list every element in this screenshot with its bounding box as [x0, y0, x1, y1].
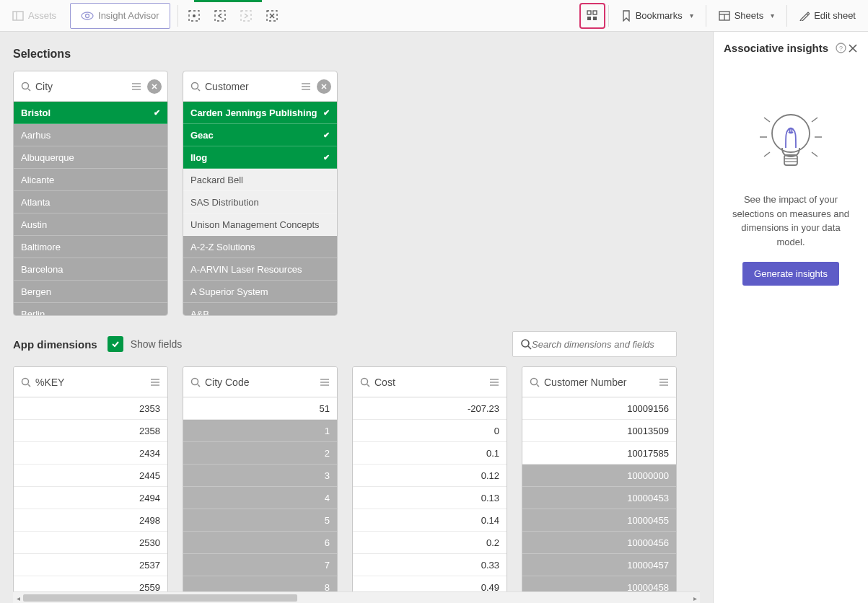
- search-icon[interactable]: [21, 82, 31, 92]
- dimension-value[interactable]: 0: [353, 420, 507, 442]
- listbox-item[interactable]: A Superior System: [183, 281, 337, 303]
- item-label: Bristol: [21, 102, 51, 124]
- dimension-value[interactable]: 0.13: [353, 487, 507, 509]
- step-forward-button[interactable]: [233, 3, 259, 29]
- dimension-value[interactable]: 10009156: [522, 397, 676, 420]
- dimension-value[interactable]: 2: [183, 442, 337, 465]
- listbox-item[interactable]: Baltimore: [14, 236, 167, 258]
- dimension-value[interactable]: 7: [183, 554, 337, 576]
- dimension-value[interactable]: 6: [183, 532, 337, 554]
- show-fields-checkbox[interactable]: [108, 336, 123, 352]
- smart-search-button[interactable]: [181, 3, 207, 29]
- listbox-item[interactable]: A&B: [183, 303, 337, 315]
- search-icon[interactable]: [530, 377, 540, 387]
- listbox-item[interactable]: Ilog✔: [183, 146, 337, 169]
- dimension-value[interactable]: 10000453: [522, 487, 676, 509]
- assets-button[interactable]: Assets: [3, 3, 66, 29]
- dimension-value[interactable]: 2498: [14, 509, 167, 532]
- dimension-value[interactable]: 51: [183, 397, 337, 420]
- svg-point-21: [192, 82, 198, 89]
- listbox-item[interactable]: A-ARVIN Laser Resources: [183, 258, 337, 281]
- dimension-value[interactable]: 2353: [14, 397, 167, 420]
- listbox-item[interactable]: Barcelona: [14, 258, 167, 281]
- dimension-value[interactable]: 4: [183, 487, 337, 509]
- dimension-value[interactable]: 0.33: [353, 554, 507, 576]
- dimension-value[interactable]: 10000456: [522, 532, 676, 554]
- insight-advisor-button[interactable]: Insight Advisor: [70, 3, 170, 29]
- list-view-icon[interactable]: [131, 82, 141, 92]
- listbox-item[interactable]: Berlin: [14, 303, 167, 315]
- list-view-icon[interactable]: [301, 82, 311, 92]
- bookmarks-button[interactable]: Bookmarks ▾: [612, 3, 703, 29]
- top-toolbar: Assets Insight Advisor Bookmarks ▾ Sheet…: [0, 0, 868, 32]
- search-icon[interactable]: [21, 377, 31, 387]
- step-back-button[interactable]: [207, 3, 233, 29]
- dimension-value[interactable]: 10000455: [522, 509, 676, 532]
- dimension-value[interactable]: 2434: [14, 442, 167, 465]
- listbox-item[interactable]: Alicante: [14, 169, 167, 191]
- check-icon: ✔: [323, 146, 330, 169]
- selection-back-icon: [214, 9, 227, 22]
- horizontal-scrollbar[interactable]: ◂ ▸: [13, 591, 700, 603]
- dimension-value[interactable]: 0.14: [353, 509, 507, 532]
- list-view-icon[interactable]: [489, 377, 499, 387]
- generate-insights-button[interactable]: Generate insights: [742, 262, 839, 286]
- scroll-left-arrow[interactable]: ◂: [13, 592, 23, 603]
- search-icon[interactable]: [360, 377, 370, 387]
- dimension-value[interactable]: -207.23: [353, 397, 507, 420]
- search-icon[interactable]: [190, 82, 201, 92]
- dimension-value[interactable]: 10000000: [522, 465, 676, 487]
- scroll-thumb[interactable]: [23, 594, 297, 602]
- svg-line-39: [367, 384, 369, 387]
- listbox-item[interactable]: Packard Bell: [183, 169, 337, 191]
- dimension-value[interactable]: 10013509: [522, 420, 676, 442]
- selections-tool-button[interactable]: [579, 3, 605, 29]
- scroll-right-arrow[interactable]: ▸: [690, 592, 700, 603]
- listbox-item[interactable]: Atlanta: [14, 191, 167, 214]
- dimension-value[interactable]: 0.1: [353, 442, 507, 465]
- edit-sheet-button[interactable]: Edit sheet: [790, 3, 865, 29]
- clear-selection-button[interactable]: [147, 79, 162, 94]
- dimension-value[interactable]: 2445: [14, 465, 167, 487]
- close-panel-button[interactable]: [848, 43, 858, 53]
- dimension-value[interactable]: 1: [183, 420, 337, 442]
- listbox-items: Carden Jennings Publishing✔Geac✔Ilog✔Pac…: [183, 102, 337, 315]
- dimension-search-box[interactable]: [512, 331, 677, 357]
- listbox-item[interactable]: Unison Management Concepts: [183, 214, 337, 236]
- svg-text:?: ?: [839, 45, 843, 52]
- list-view-icon[interactable]: [150, 377, 160, 387]
- dimension-value[interactable]: 3: [183, 465, 337, 487]
- svg-point-5: [193, 14, 196, 17]
- clear-selections-button[interactable]: [259, 3, 285, 29]
- dimension-value[interactable]: 10000457: [522, 554, 676, 576]
- help-icon[interactable]: ?: [836, 43, 846, 53]
- list-view-icon[interactable]: [320, 377, 330, 387]
- clear-selection-button[interactable]: [317, 79, 331, 94]
- listbox-item[interactable]: Aarhus: [14, 124, 167, 146]
- listbox-item[interactable]: Austin: [14, 214, 167, 236]
- dimension-value[interactable]: 2494: [14, 487, 167, 509]
- listbox-item[interactable]: Albuquerque: [14, 146, 167, 169]
- svg-line-27: [528, 346, 531, 349]
- listbox-item[interactable]: Geac✔: [183, 124, 337, 146]
- dimension-value[interactable]: 10017585: [522, 442, 676, 465]
- dimension-value[interactable]: 0.2: [353, 532, 507, 554]
- dimension-value[interactable]: 0.12: [353, 465, 507, 487]
- search-icon[interactable]: [190, 377, 201, 387]
- svg-point-2: [82, 12, 93, 19]
- list-view-icon[interactable]: [659, 377, 669, 387]
- listbox-item[interactable]: Carden Jennings Publishing✔: [183, 102, 337, 124]
- dimension-value[interactable]: 2530: [14, 532, 167, 554]
- listbox-item[interactable]: A-2-Z Solutions: [183, 236, 337, 258]
- sheets-button[interactable]: Sheets ▾: [709, 3, 784, 29]
- svg-line-55: [812, 152, 817, 157]
- svg-point-16: [22, 82, 29, 89]
- listbox-item[interactable]: Bergen: [14, 281, 167, 303]
- dimension-search-input[interactable]: [532, 339, 669, 350]
- dimension-value[interactable]: 2537: [14, 554, 167, 576]
- listbox-item[interactable]: Bristol✔: [14, 102, 167, 124]
- item-label: A-ARVIN Laser Resources: [190, 258, 302, 281]
- dimension-value[interactable]: 2358: [14, 420, 167, 442]
- dimension-value[interactable]: 5: [183, 509, 337, 532]
- listbox-item[interactable]: SAS Distribution: [183, 191, 337, 214]
